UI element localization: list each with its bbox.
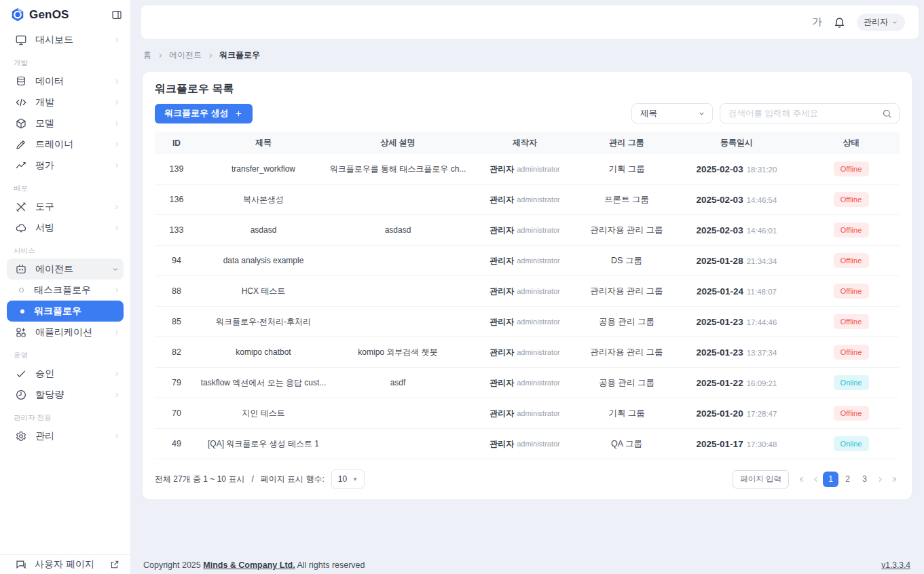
genos-logo-icon: [10, 7, 25, 22]
cell-creator: 관리자administrator: [467, 164, 583, 175]
cell-title: 복사본생성: [198, 194, 329, 206]
topbar: 가 관리자: [141, 5, 919, 39]
table-row[interactable]: 136복사본생성관리자administrator프론트 그룹2025-02-03…: [155, 185, 900, 215]
table-row[interactable]: 49[QA] 워크플로우 생성 테스트 1관리자administratorQA …: [155, 429, 900, 459]
caret-down-icon: ▼: [352, 476, 358, 482]
sidebar-footer-user-page[interactable]: 사용자 페이지: [0, 554, 130, 574]
sidebar-item-develop[interactable]: 개발: [0, 92, 130, 113]
cell-group: 기획 그룹: [583, 164, 671, 175]
create-workflow-button[interactable]: 워크플로우 생성: [155, 104, 253, 123]
cell-date: 2025-01-2313:37:34: [671, 347, 802, 358]
sidebar-item-data[interactable]: 데이터: [0, 71, 130, 92]
cell-group: 관리자용 관리 그룹: [583, 347, 671, 358]
status-badge: Offline: [834, 406, 869, 421]
sidebar-item-model[interactable]: 모델: [0, 113, 130, 134]
cell-group: 공용 관리 그룹: [583, 316, 671, 328]
sidebar-item-tools[interactable]: 도구: [0, 196, 130, 217]
workflow-list-card: 워크플로우 목록 워크플로우 생성 제목 ID제목상세 설명제작자관리 그룹등록…: [143, 72, 912, 499]
page-input-button[interactable]: 페이지 입력: [733, 470, 789, 489]
cell-date: 2025-02-0314:46:01: [671, 225, 802, 235]
sidebar-item-agent[interactable]: 에이전트: [7, 259, 124, 280]
rows-per-page-select[interactable]: 10 ▼: [331, 470, 365, 489]
main-area: 가 관리자 홈 에이전트 워크플로우 워크플로우 목록 워크플로우 생성 제목: [131, 0, 924, 574]
page-button[interactable]: 2: [840, 472, 855, 487]
table-row[interactable]: 85워크플로우-전처리-후처리관리자administrator공용 관리 그룹2…: [155, 307, 900, 337]
status-badge: Offline: [834, 314, 869, 329]
font-size-button[interactable]: 가: [812, 16, 822, 28]
chevron-right-icon: [113, 98, 121, 107]
column-header: 제목: [198, 137, 329, 149]
sidebar-item-approval[interactable]: 승인: [0, 363, 130, 384]
chevron-right-icon: [113, 224, 121, 232]
pagination-summary: 전체 27개 중 1 ~ 10 표시: [155, 474, 244, 485]
cell-id: 88: [155, 286, 198, 296]
sidebar-item-quota[interactable]: 할당량: [0, 384, 130, 405]
next-page-icon[interactable]: [874, 472, 886, 486]
cell-id: 79: [155, 378, 198, 387]
chevron-down-icon: [698, 110, 705, 117]
plus-icon: [234, 109, 243, 118]
breadcrumb-separator-icon: [207, 52, 214, 59]
sidebar-item-application[interactable]: 애플리케이션: [0, 322, 130, 343]
table-row[interactable]: 94data analysis example관리자administratorD…: [155, 246, 900, 276]
summary-separator: /: [251, 474, 253, 484]
page-button[interactable]: 1: [823, 472, 838, 487]
gear-icon: [15, 430, 27, 442]
cell-date: 2025-01-1717:30:48: [671, 439, 802, 449]
chevron-right-icon: [113, 77, 121, 85]
taskflow-bullet-icon: [16, 288, 26, 292]
search-controls: 제목: [631, 103, 900, 123]
table-row[interactable]: 70지인 테스트관리자administrator기획 그룹2025-01-201…: [155, 398, 900, 429]
cell-creator: 관리자administrator: [467, 255, 583, 267]
sidebar-item-admin[interactable]: 관리: [0, 425, 130, 446]
table-row[interactable]: 79taskflow 엑션에서 오는 응답 cust...asdf관리자admi…: [155, 368, 900, 398]
dashboard-icon: [15, 34, 27, 46]
prev-page-icon[interactable]: [809, 472, 821, 486]
first-page-icon[interactable]: [796, 472, 808, 486]
breadcrumb-agent[interactable]: 에이전트: [169, 50, 202, 61]
table-header-row: ID제목상세 설명제작자관리 그룹등록일시상태: [155, 132, 900, 154]
table-row[interactable]: 82komipo chatbotkomipo 외부검색 챗봇관리자adminis…: [155, 337, 900, 368]
last-page-icon[interactable]: [887, 472, 900, 486]
sidebar-item-evaluation[interactable]: 평가: [0, 155, 130, 176]
sidebar-item-taskflow[interactable]: 태스크플로우: [0, 280, 130, 301]
search-input[interactable]: [728, 109, 882, 118]
sidebar-item-serving[interactable]: 서빙: [0, 217, 130, 238]
sidebar-item-dashboard[interactable]: 대시보드: [0, 29, 130, 50]
chevron-right-icon: [113, 432, 121, 440]
status-badge: Offline: [834, 284, 869, 299]
table-row[interactable]: 88HCX 테스트관리자administrator관리자용 관리 그룹2025-…: [155, 276, 900, 307]
status-badge: Offline: [834, 223, 869, 237]
status-badge: Online: [834, 375, 869, 390]
user-menu-button[interactable]: 관리자: [857, 14, 905, 31]
sidebar-item-trainer[interactable]: 트레이너: [0, 134, 130, 155]
cell-title: asdasd: [198, 225, 329, 235]
cell-status: Offline: [802, 284, 900, 299]
table-row[interactable]: 139transfer_workflow워크플로우를 통해 태스크플로우 ch.…: [155, 154, 900, 185]
cloud-icon: [15, 222, 27, 234]
company-link[interactable]: Minds & Company Ltd.: [203, 560, 295, 570]
cell-description: 워크플로우를 통해 태스크플로우 ch...: [329, 164, 467, 175]
breadcrumb-home[interactable]: 홈: [143, 50, 151, 61]
status-badge: Offline: [834, 345, 869, 360]
version-link[interactable]: v1.3.3.4: [881, 560, 910, 570]
cell-creator: 관리자administrator: [467, 194, 583, 206]
cell-date: 2025-02-0314:46:54: [671, 195, 802, 205]
table-row[interactable]: 133asdasdasdasd관리자administrator관리자용 관리 그…: [155, 215, 900, 246]
tools-icon: [15, 201, 27, 213]
cell-date: 2025-01-2017:28:47: [671, 408, 802, 419]
cell-creator: 관리자administrator: [467, 408, 583, 419]
cell-creator: 관리자administrator: [467, 377, 583, 389]
page-button[interactable]: 3: [857, 472, 872, 487]
cube-icon: [15, 117, 27, 130]
sidebar-collapse-icon[interactable]: [111, 9, 122, 20]
sidebar-item-workflow[interactable]: 워크플로우: [7, 301, 124, 322]
cell-date: 2025-01-2317:44:46: [671, 317, 802, 327]
section-label-admin: 관리자 전용: [0, 405, 130, 425]
filter-field-select[interactable]: 제목: [631, 103, 713, 123]
cell-creator: 관리자administrator: [467, 438, 583, 450]
notification-bell-icon[interactable]: [833, 16, 846, 28]
cell-title: data analysis example: [198, 256, 329, 265]
status-badge: Offline: [834, 161, 869, 176]
cell-title: HCX 테스트: [198, 286, 329, 297]
